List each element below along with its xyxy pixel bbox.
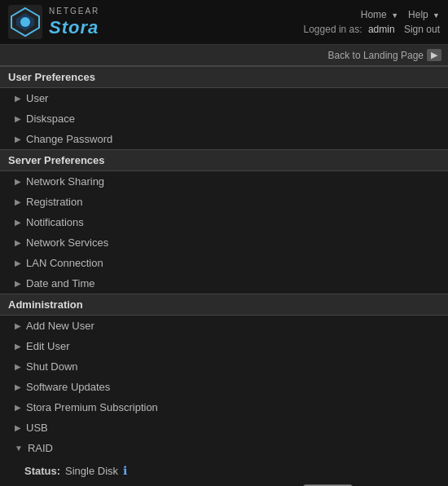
user-preferences-header: User Preferences <box>0 66 448 88</box>
arrow-icon: ▶ <box>15 238 21 247</box>
menu-label: Network Services <box>26 236 108 249</box>
netgear-logo-icon <box>8 5 42 39</box>
back-bar: Back to Landing Page ▶ <box>0 45 448 66</box>
arrow-icon: ▶ <box>15 177 21 186</box>
menu-label: Network Sharing <box>26 175 104 188</box>
brand-name: NETGEAR <box>49 7 99 15</box>
arrow-icon: ▶ <box>15 382 21 391</box>
menu-item-notifications[interactable]: ▶ Notifications <box>0 212 448 232</box>
menu-item-user[interactable]: ▶ User <box>0 88 448 108</box>
arrow-icon: ▶ <box>15 423 21 432</box>
raid-content: Status: Single Disk ℹ Disks Seagate ST31… <box>15 458 440 486</box>
menu-item-date-time[interactable]: ▶ Date and Time <box>0 273 448 294</box>
menu-item-diskspace[interactable]: ▶ Diskspace <box>0 108 448 129</box>
menu-label: Stora Premium Subscription <box>26 401 158 413</box>
product-name: Stora <box>49 17 99 38</box>
raid-status-value: Single Disk <box>65 465 118 477</box>
menu-label: Change Password <box>26 133 112 145</box>
menu-label: Date and Time <box>26 277 95 289</box>
home-link[interactable]: Home ▼ <box>361 9 398 20</box>
raid-status-label: Status: <box>24 465 60 477</box>
main-content: User Preferences ▶ User ▶ Diskspace ▶ Ch… <box>0 66 448 486</box>
menu-label: Edit User <box>26 340 69 352</box>
menu-label: LAN Connection <box>26 257 103 269</box>
top-nav-links: Home ▼ Help ▼ <box>361 9 440 20</box>
menu-label: Add New User <box>26 320 94 332</box>
back-to-landing-link[interactable]: Back to Landing Page ▶ <box>328 49 441 61</box>
home-dropdown-arrow: ▼ <box>391 11 398 20</box>
menu-item-change-password[interactable]: ▶ Change Password <box>0 129 448 149</box>
user-info: Logged in as: admin Sign out <box>304 24 440 35</box>
administration-header: Administration <box>0 294 448 316</box>
menu-label: User <box>26 92 48 104</box>
menu-label: Software Updates <box>26 381 110 393</box>
server-preferences-items: ▶ Network Sharing ▶ Registration ▶ Notif… <box>0 171 448 294</box>
svg-point-3 <box>20 17 30 27</box>
menu-item-shut-down[interactable]: ▶ Shut Down <box>0 356 448 377</box>
arrow-icon: ▶ <box>15 342 21 351</box>
server-preferences-header: Server Preferences <box>0 149 448 171</box>
username-label: admin <box>368 24 395 35</box>
menu-label: Diskspace <box>26 113 75 125</box>
arrow-icon: ▶ <box>15 362 21 371</box>
raid-status-row: Status: Single Disk ℹ <box>24 462 440 479</box>
raid-label: RAID <box>28 442 53 454</box>
back-label: Back to Landing Page <box>328 50 424 61</box>
menu-label: Notifications <box>26 216 84 228</box>
user-preferences-items: ▶ User ▶ Diskspace ▶ Change Password <box>0 88 448 149</box>
logo-text-group: NETGEAR Stora <box>49 7 99 38</box>
raid-expand-icon: ▼ <box>15 444 23 453</box>
arrow-icon: ▶ <box>15 403 21 412</box>
arrow-icon: ▶ <box>15 94 21 103</box>
menu-item-software-updates[interactable]: ▶ Software Updates <box>0 377 448 397</box>
menu-item-registration[interactable]: ▶ Registration <box>0 192 448 212</box>
raid-disks-row: Disks Seagate ST31000520AS 931.51GB In R… <box>24 479 440 486</box>
header: NETGEAR Stora Home ▼ Help ▼ Logged in as… <box>0 0 448 45</box>
menu-item-network-services[interactable]: ▶ Network Services <box>0 232 448 253</box>
raid-section: ▼ RAID Status: Single Disk ℹ Disks Seaga… <box>0 438 448 486</box>
raid-header[interactable]: ▼ RAID <box>15 438 440 458</box>
help-link[interactable]: Help ▼ <box>408 9 440 20</box>
logged-in-label: Logged in as: <box>304 24 362 35</box>
menu-item-edit-user[interactable]: ▶ Edit User <box>0 336 448 356</box>
menu-item-network-sharing[interactable]: ▶ Network Sharing <box>0 171 448 192</box>
arrow-icon: ▶ <box>15 114 21 123</box>
menu-label: Registration <box>26 196 82 208</box>
arrow-icon: ▶ <box>15 197 21 206</box>
menu-item-usb[interactable]: ▶ USB <box>0 418 448 438</box>
arrow-icon: ▶ <box>15 135 21 144</box>
raid-info-icon[interactable]: ℹ <box>123 464 127 477</box>
menu-label: Shut Down <box>26 360 78 373</box>
menu-item-add-new-user[interactable]: ▶ Add New User <box>0 316 448 336</box>
help-dropdown-arrow: ▼ <box>433 11 440 20</box>
menu-item-lan-connection[interactable]: ▶ LAN Connection <box>0 253 448 273</box>
arrow-icon: ▶ <box>15 218 21 227</box>
sign-out-link[interactable]: Sign out <box>404 24 440 35</box>
administration-items: ▶ Add New User ▶ Edit User ▶ Shut Down ▶… <box>0 316 448 486</box>
arrow-icon: ▶ <box>15 279 21 288</box>
arrow-icon: ▶ <box>15 258 21 267</box>
logo-area: NETGEAR Stora <box>8 5 99 39</box>
arrow-icon: ▶ <box>15 321 21 330</box>
menu-label: USB <box>26 422 48 434</box>
menu-item-stora-premium[interactable]: ▶ Stora Premium Subscription <box>0 397 448 418</box>
header-right: Home ▼ Help ▼ Logged in as: admin Sign o… <box>304 9 440 35</box>
back-arrow-icon: ▶ <box>427 49 441 61</box>
